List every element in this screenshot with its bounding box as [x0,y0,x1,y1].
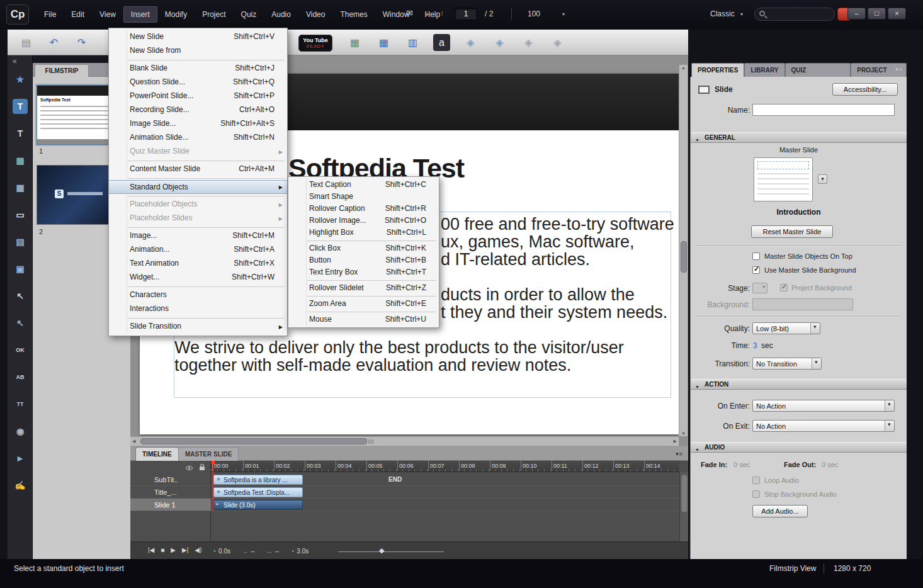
mouse-icon[interactable]: ◉ [13,424,28,439]
section-general[interactable]: GENERAL [691,132,907,143]
slider-handle-icon[interactable]: ◆ [379,546,384,555]
zoom-area-icon[interactable]: ▣ [13,261,28,276]
add-audio-button[interactable]: Add Audio... [752,505,808,517]
menu-item-slide-transition[interactable]: Slide Transition [109,320,287,334]
tab-filmstrip[interactable]: FILMSTRIP [35,64,89,77]
hand-icon[interactable]: ✍ [13,478,28,493]
smart-shape-icon[interactable]: ★ [13,72,28,87]
stop-icon[interactable]: ■ [161,546,164,553]
scrollbar-thumb[interactable] [140,438,367,444]
menu-item-recording-slide[interactable]: Recording Slide...Ctrl+Alt+O [109,103,287,117]
collapse-panel-icon[interactable]: « [13,57,17,65]
section-audio[interactable]: AUDIO [691,442,907,453]
table-icon[interactable]: ▦ [375,34,392,51]
timeline-bar-title[interactable]: Softpedia Test :Displa... [213,487,303,497]
name-field[interactable] [752,104,895,116]
video-icon[interactable]: ► [13,451,28,466]
canvas-horizontal-scrollbar[interactable]: ||| [130,436,679,446]
menu-item-characters[interactable]: Characters [109,288,287,302]
lock-icon[interactable] [200,466,205,470]
menu-item-image-slide[interactable]: Image Slide...Shift+Ctrl+Alt+S [109,117,287,131]
minimize-button[interactable]: – [847,8,866,20]
search-input[interactable] [770,9,830,19]
rollover-image-icon[interactable]: ▦ [13,180,28,195]
stage-color-dropdown[interactable] [752,283,767,293]
diamond-icon-4[interactable]: ◈ [549,34,566,51]
save-icon[interactable]: ▤ [18,34,35,51]
slide-number-field[interactable]: 1 [455,8,477,20]
canvas-vertical-scrollbar[interactable] [679,65,688,436]
menu-item-widget[interactable]: Widget...Shift+Ctrl+W [109,271,287,285]
section-action[interactable]: ACTION [691,379,907,390]
scrollbar-thumb[interactable] [681,241,687,273]
zoom-caret-icon[interactable]: ▾ [562,11,565,17]
close-button[interactable]: × [888,8,906,20]
diamond-icon-3[interactable]: ◈ [520,34,537,51]
use-master-background-checkbox[interactable] [752,266,760,274]
menubar-item-audio[interactable]: Audio [264,6,298,23]
text-animation-icon[interactable]: TT [13,397,28,412]
view-mode-label[interactable]: Filmstrip View [769,564,816,573]
menu-item-rollover-image[interactable]: Rollover Image...Shift+Ctrl+O [288,215,439,227]
undo-icon[interactable]: ↶ [45,34,62,51]
menu-item-placeholder-slides[interactable]: Placeholder Slides [109,212,287,225]
master-objects-on-top-checkbox[interactable] [752,252,760,260]
search-box[interactable] [754,8,835,21]
maximize-button[interactable]: □ [868,8,886,20]
menu-item-image[interactable]: Image...Shift+Ctrl+M [109,229,287,243]
diamond-icon-1[interactable]: ◈ [462,34,479,51]
zoom-value[interactable]: 100 [528,9,540,18]
menu-item-question-slide[interactable]: Question Slide...Shift+Ctrl+Q [109,76,287,89]
quality-dropdown[interactable]: Low (8-bit) [752,322,820,334]
tab-timeline[interactable]: TIMELINE [135,447,179,461]
timeline-track-label-title[interactable]: Title_... [130,486,211,499]
go-to-start-icon[interactable]: |◀ [148,546,154,553]
menu-item-highlight-box[interactable]: Highlight BoxShift+Ctrl+L [288,227,439,239]
click-box-icon[interactable]: ↖ [13,288,28,303]
panel-tab-properties[interactable]: PROPERTIES [691,63,744,77]
splitter-grip-icon[interactable]: ||| [368,438,374,444]
panel-tab-quiz-properties[interactable]: QUIZ PROPERTIES [785,63,851,77]
mail-icon[interactable]: ✉ [406,8,413,18]
reset-master-slide-button[interactable]: Reset Master Slide [751,225,833,238]
go-to-end-icon[interactable]: ▶| [182,546,188,553]
text-caption-icon[interactable]: T [13,99,28,114]
audio-icon[interactable]: ◀) [195,546,201,553]
menu-item-animation[interactable]: Animation...Shift+Ctrl+A [109,243,287,257]
menubar-item-file[interactable]: File [37,6,64,23]
menu-item-text-entry-box[interactable]: Text Entry BoxShift+Ctrl+T [288,266,439,278]
image-slideshow-icon[interactable]: ▦ [346,34,363,51]
text-entry-box-icon[interactable]: AB [13,370,28,385]
menu-item-mouse[interactable]: MouseShift+Ctrl+U [288,314,439,325]
timeline-bar-subtit[interactable]: Softpedia is a library ... [213,475,303,485]
youtube-ready-icon[interactable]: You Tube READY [298,35,332,52]
menubar-item-video[interactable]: Video [298,6,332,23]
master-slide-thumbnail[interactable] [754,157,813,201]
menu-item-blank-slide[interactable]: Blank SlideShift+Ctrl+J [109,62,287,76]
transition-dropdown[interactable]: No Transition [752,358,822,370]
on-enter-dropdown[interactable]: No Action [752,400,895,412]
scrollbar-thumb[interactable] [681,475,688,512]
menu-item-zoom-area[interactable]: Zoom AreaShift+Ctrl+E [288,298,439,310]
menubar-item-project[interactable]: Project [195,6,233,23]
menu-item-new-slide-from[interactable]: New Slide from [109,44,287,58]
visibility-eye-icon[interactable] [186,466,193,470]
menu-item-powerpoint-slide[interactable]: PowerPoint Slide...Shift+Ctrl+P [109,89,287,103]
timeline-zoom-slider[interactable] [338,551,444,552]
on-exit-dropdown[interactable]: No Action [752,420,895,432]
menubar-item-modify[interactable]: Modify [157,6,195,23]
download-icon[interactable]: ↓ [425,8,429,18]
menubar-item-view[interactable]: View [92,6,123,23]
workspace-caret-icon[interactable]: ▾ [740,11,743,17]
menu-item-text-caption[interactable]: Text CaptionShift+Ctrl+C [288,179,439,191]
menubar-item-themes[interactable]: Themes [332,6,375,23]
menu-item-click-box[interactable]: Click BoxShift+Ctrl+K [288,242,439,254]
pointer-icon[interactable]: ↖ [13,315,28,331]
tab-master-slide[interactable]: MASTER SLIDE [178,447,239,461]
diamond-icon-2[interactable]: ◈ [491,34,508,51]
menu-item-smart-shape[interactable]: Smart Shape [288,191,439,203]
menu-item-text-animation[interactable]: Text AnimationShift+Ctrl+X [109,257,287,271]
menu-item-new-slide[interactable]: New SlideShift+Ctrl+V [109,30,287,44]
menu-item-quiz-master-slide[interactable]: Quiz Master Slide [109,145,287,159]
stop-background-audio-checkbox[interactable] [752,490,760,498]
